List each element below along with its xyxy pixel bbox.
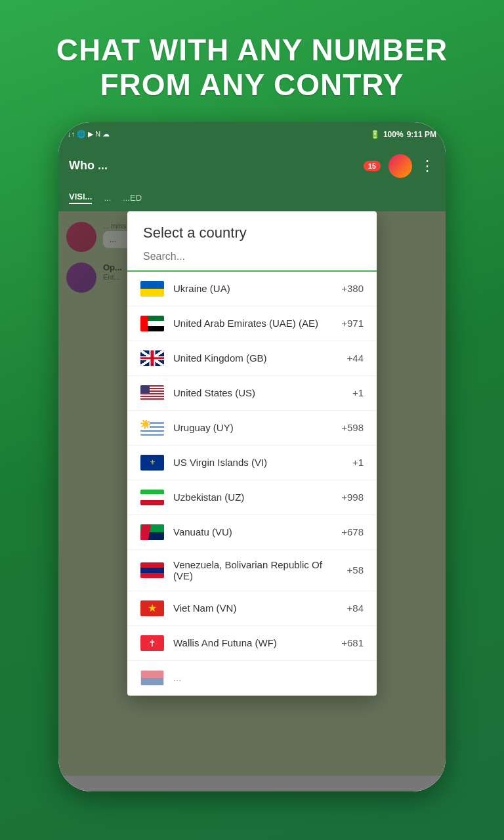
- country-code: +380: [341, 283, 364, 294]
- flag-uae: [140, 316, 164, 331]
- list-item[interactable]: ⚜ US Virgin Islands (VI) +1: [127, 446, 377, 480]
- headline-line2: FROM ANY CONTRY: [56, 68, 448, 102]
- list-item[interactable]: Venezuela, Bolivarian Republic Of (VE) +…: [127, 550, 377, 591]
- status-left: ↓↑ 🌐 ▶ N ☁: [68, 130, 110, 138]
- tab-end[interactable]: ...ED: [123, 193, 142, 203]
- country-code: +971: [341, 318, 364, 329]
- flag-vietnam: ★: [140, 600, 164, 616]
- flag-wallis: ✝: [140, 635, 164, 651]
- country-name: United Kingdom (GB): [173, 352, 338, 364]
- country-name: Wallis And Futuna (WF): [173, 637, 332, 648]
- country-name: US Virgin Islands (VI): [173, 457, 343, 468]
- flag-venezuela: [140, 562, 164, 578]
- country-code: +44: [347, 352, 364, 364]
- country-name: Uzbekistan (UZ): [173, 492, 332, 503]
- flag-us: [140, 385, 164, 401]
- flag-usvi: ⚜: [140, 455, 164, 471]
- list-item[interactable]: United States (US) +1: [127, 376, 377, 411]
- more-options-icon[interactable]: ⋮: [420, 158, 435, 175]
- headline: CHAT WITH ANY NUMBER FROM ANY CONTRY: [17, 0, 488, 122]
- phone-mockup: ↓↑ 🌐 ▶ N ☁ 🔋 100% 9:11 PM Who ... 15 ⋮ V…: [58, 122, 446, 791]
- country-code: +84: [347, 602, 364, 614]
- list-item[interactable]: United Kingdom (GB) +44: [127, 341, 377, 376]
- flag-vanuatu: [140, 524, 164, 540]
- phone-screen: ↓↑ 🌐 ▶ N ☁ 🔋 100% 9:11 PM Who ... 15 ⋮ V…: [58, 122, 446, 791]
- country-code: +998: [341, 492, 364, 503]
- flag-uzbekistan: [140, 490, 164, 505]
- search-container: [127, 248, 377, 272]
- dialog-overlay: Select a country Ukraine (UA) +380: [58, 211, 446, 776]
- country-name: Uruguay (UY): [173, 422, 332, 433]
- country-code: +598: [341, 422, 364, 433]
- list-item[interactable]: United Arab Emirates (UAE) (AE) +971: [127, 306, 377, 341]
- list-item[interactable]: ✝ Wallis And Futuna (WF) +681: [127, 626, 377, 661]
- flag-ukraine: [140, 281, 164, 297]
- list-item[interactable]: Ukraine (UA) +380: [127, 272, 377, 306]
- headline-line1: CHAT WITH ANY NUMBER: [56, 33, 448, 68]
- country-code: +678: [341, 526, 364, 537]
- country-select-dialog: Select a country Ukraine (UA) +380: [127, 211, 377, 696]
- flag-uk: [140, 350, 164, 366]
- avatar-icon: [388, 154, 412, 178]
- chat-background: ... mins ago ... Op... Ent... Select a c…: [58, 211, 446, 776]
- list-item[interactable]: Vanuatu (VU) +678: [127, 515, 377, 550]
- flag-uruguay: ☀️: [140, 420, 164, 436]
- list-item[interactable]: ...: [127, 661, 377, 696]
- status-icons: ↓↑ 🌐 ▶ N ☁: [68, 130, 110, 138]
- country-code: +1: [352, 387, 364, 398]
- country-name: Ukraine (UA): [173, 283, 332, 294]
- list-item[interactable]: Uzbekistan (UZ) +998: [127, 480, 377, 515]
- notification-badge: 15: [364, 161, 381, 171]
- country-name: Venezuela, Bolivarian Republic Of (VE): [173, 559, 338, 581]
- search-input[interactable]: [143, 251, 361, 262]
- app-title: Who ...: [69, 159, 356, 173]
- country-code: +681: [341, 637, 364, 648]
- flag-partial: [140, 670, 164, 686]
- battery-icon: 🔋: [370, 130, 380, 139]
- country-name: United States (US): [173, 387, 343, 398]
- status-right: 🔋 100% 9:11 PM: [370, 130, 436, 139]
- tab-visited[interactable]: VISI...: [69, 192, 92, 204]
- battery-level: 100%: [383, 130, 404, 139]
- app-header: Who ... 15 ⋮: [58, 147, 446, 185]
- app-tabs: VISI... ... ...ED: [58, 185, 446, 211]
- country-code: +1: [352, 457, 364, 468]
- status-bar: ↓↑ 🌐 ▶ N ☁ 🔋 100% 9:11 PM: [58, 122, 446, 147]
- country-name-partial: ...: [173, 672, 364, 683]
- country-name: United Arab Emirates (UAE) (AE): [173, 318, 332, 329]
- list-item[interactable]: ★ Viet Nam (VN) +84: [127, 591, 377, 626]
- tab-mid[interactable]: ...: [104, 193, 111, 203]
- clock: 9:11 PM: [407, 130, 436, 139]
- country-code: +58: [347, 564, 364, 576]
- country-name: Vanuatu (VU): [173, 526, 332, 537]
- country-name: Viet Nam (VN): [173, 602, 338, 614]
- dialog-title: Select a country: [127, 211, 377, 248]
- country-list[interactable]: Ukraine (UA) +380 United Arab Emira: [127, 272, 377, 696]
- list-item[interactable]: ☀️ Uruguay (UY) +598: [127, 411, 377, 446]
